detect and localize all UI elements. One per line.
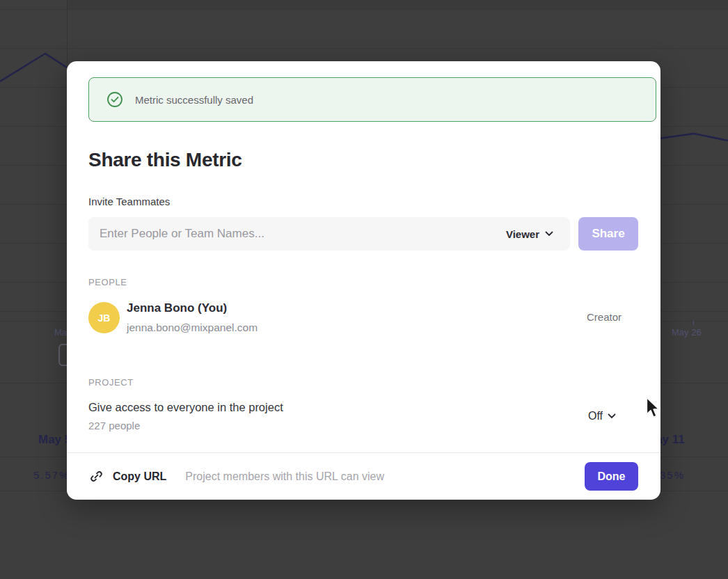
modal-footer: Copy URL Project members with this URL c… — [67, 452, 660, 500]
role-dropdown-value: Viewer — [506, 228, 539, 240]
invite-teammates-label: Invite Teammates — [88, 196, 170, 207]
project-people-count: 227 people — [88, 420, 140, 431]
avatar: JB — [88, 302, 120, 333]
table-cell-value: 5.57% — [33, 469, 70, 481]
screen: May May 26 1 May 5 May 11 5.57% 35% Metr… — [0, 0, 728, 579]
table-cell-value: 35% — [660, 469, 685, 481]
check-circle-icon — [106, 91, 123, 108]
gridline — [0, 48, 728, 49]
role-dropdown[interactable]: Viewer — [506, 228, 553, 240]
member-name: Jenna Bono (You) — [127, 301, 227, 315]
page-title: Share this Metric — [88, 149, 242, 171]
invite-input-container: Viewer — [88, 217, 570, 251]
done-button[interactable]: Done — [585, 462, 638, 491]
invite-people-input[interactable] — [98, 226, 506, 241]
share-metric-modal: Metric successfully saved Share this Met… — [67, 61, 660, 500]
share-button[interactable]: Share — [578, 217, 638, 251]
success-banner: Metric successfully saved — [88, 77, 656, 122]
url-access-hint: Project members with this URL can view — [185, 470, 384, 483]
gridline — [0, 9, 728, 10]
banner-message: Metric successfully saved — [135, 94, 253, 106]
project-access-dropdown[interactable]: Off — [588, 410, 616, 422]
copy-url-label: Copy URL — [113, 470, 166, 483]
x-axis-label: May 26 — [672, 327, 702, 338]
project-access-value: Off — [588, 410, 603, 422]
chevron-down-icon — [608, 413, 616, 419]
member-email: jenna.bono@mixpanel.com — [127, 322, 258, 334]
project-access-title: Give access to everyone in the project — [88, 401, 283, 414]
table-header-strip — [67, 0, 728, 9]
member-role-label: Creator — [587, 311, 622, 323]
project-section-header: PROJECT — [88, 377, 134, 388]
chevron-down-icon — [545, 231, 553, 237]
copy-url-button[interactable]: Copy URL — [89, 469, 166, 484]
link-icon — [89, 469, 104, 484]
people-section-header: PEOPLE — [88, 277, 127, 287]
axis-tick — [693, 321, 694, 325]
